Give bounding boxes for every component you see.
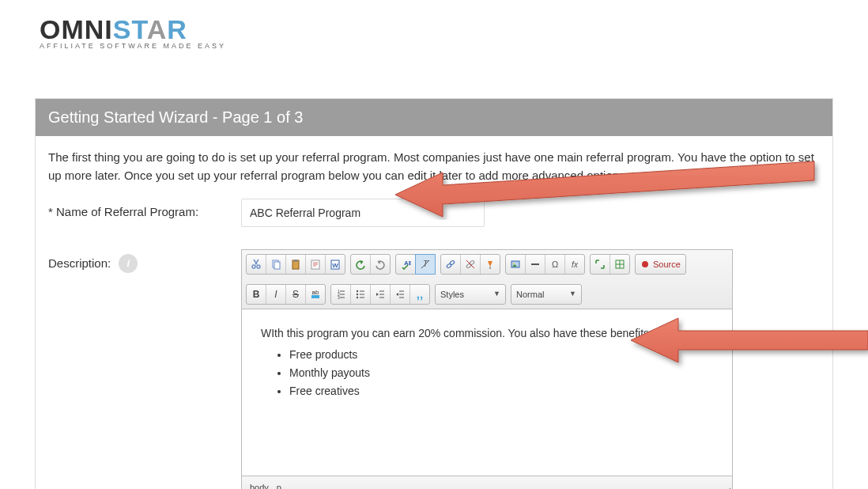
redo-icon[interactable] xyxy=(371,255,390,274)
maximize-icon[interactable] xyxy=(591,255,610,274)
list-item: Free creatives xyxy=(289,383,713,400)
bgcolor-icon[interactable]: ab xyxy=(306,285,325,304)
row-program-name: * Name of Referral Program: xyxy=(48,199,820,227)
italic-icon[interactable]: I xyxy=(266,285,286,304)
editor-toolbar: W AB T xyxy=(242,250,732,309)
brand-part4: R xyxy=(167,14,187,44)
row-description: Description: i W xyxy=(48,249,820,489)
svg-point-15 xyxy=(469,260,474,266)
source-button[interactable]: Source xyxy=(635,254,686,275)
list-item: Free products xyxy=(289,347,713,363)
undo-icon[interactable] xyxy=(351,255,371,274)
brand-part2: ST xyxy=(113,14,147,44)
svg-rect-3 xyxy=(274,262,280,269)
svg-text:ab: ab xyxy=(312,289,319,296)
format-dropdown[interactable]: Normal▼ xyxy=(511,284,582,305)
blockquote-icon[interactable]: ,, xyxy=(410,285,429,304)
svg-point-36 xyxy=(357,294,358,295)
editor-bullets: Free products Monthly payouts Free creat… xyxy=(261,347,713,400)
brand-part3: A xyxy=(147,14,168,44)
svg-point-35 xyxy=(357,290,358,292)
image-icon[interactable] xyxy=(506,255,526,274)
svg-point-37 xyxy=(357,297,358,298)
svg-point-13 xyxy=(449,260,455,266)
path-p[interactable]: p xyxy=(277,481,281,489)
svg-rect-5 xyxy=(294,260,297,262)
svg-text:Ω: Ω xyxy=(552,260,558,269)
anchor-icon[interactable] xyxy=(481,255,500,274)
paste-text-icon[interactable] xyxy=(306,255,326,274)
svg-point-19 xyxy=(513,263,515,264)
label-description: Description: xyxy=(48,255,111,273)
styles-dropdown[interactable]: Styles▼ xyxy=(435,284,506,305)
intro-text: The first thing you are going to do is s… xyxy=(48,149,820,184)
strike-icon[interactable]: S xyxy=(286,285,306,304)
svg-point-26 xyxy=(642,261,648,267)
link-icon[interactable] xyxy=(441,255,461,274)
info-icon[interactable]: i xyxy=(119,254,138,273)
brand-logo: OMNISTAR AFFILIATE SOFTWARE MADE EASY xyxy=(40,14,226,50)
showblocks-icon[interactable] xyxy=(610,255,629,274)
paste-word-icon[interactable]: W xyxy=(326,255,345,274)
resize-grip-icon[interactable]: ◢ xyxy=(723,483,730,489)
numlist-icon[interactable]: 123 xyxy=(331,285,351,304)
indent-icon[interactable] xyxy=(391,285,410,304)
rich-text-editor: W AB T xyxy=(241,249,733,489)
unlink-icon[interactable] xyxy=(461,255,481,274)
paste-icon[interactable] xyxy=(286,255,306,274)
wizard-header: Getting Started Wizard - Page 1 of 3 xyxy=(36,99,832,136)
spellcheck-icon[interactable]: AB xyxy=(396,255,416,274)
specialchar-icon[interactable]: Ω xyxy=(545,255,565,274)
bold-icon[interactable]: B xyxy=(247,285,266,304)
cut-icon[interactable] xyxy=(247,255,266,274)
program-name-input[interactable] xyxy=(241,199,485,227)
list-item: Monthly payouts xyxy=(289,365,713,381)
svg-point-14 xyxy=(466,263,471,269)
editor-elements-path: body p ◢ xyxy=(242,476,732,489)
page: { "brand": { "part1":"OMNI", "part2":"ST… xyxy=(0,0,868,489)
path-body[interactable]: body xyxy=(250,481,269,489)
svg-text:fx: fx xyxy=(572,260,579,269)
svg-text:3: 3 xyxy=(338,295,340,300)
svg-point-0 xyxy=(252,265,255,268)
wizard-card: Getting Started Wizard - Page 1 of 3 The… xyxy=(35,98,833,489)
label-program-name: * Name of Referral Program: xyxy=(48,199,241,222)
bulletlist-icon[interactable] xyxy=(351,285,371,304)
brand-part1: OMNI xyxy=(40,14,113,44)
svg-point-12 xyxy=(446,263,451,269)
copy-icon[interactable] xyxy=(266,255,286,274)
editor-line: WIth this program you can earn 20% commi… xyxy=(261,325,713,342)
brand-tagline: AFFILIATE SOFTWARE MADE EASY xyxy=(40,42,226,50)
hr-icon[interactable] xyxy=(526,255,545,274)
outdent-icon[interactable] xyxy=(371,285,391,304)
svg-text:W: W xyxy=(332,262,338,269)
math-icon[interactable]: fx xyxy=(565,255,584,274)
editor-content[interactable]: WIth this program you can earn 20% commi… xyxy=(242,309,732,476)
svg-point-1 xyxy=(257,265,260,268)
remove-format-icon[interactable]: T xyxy=(415,254,436,275)
